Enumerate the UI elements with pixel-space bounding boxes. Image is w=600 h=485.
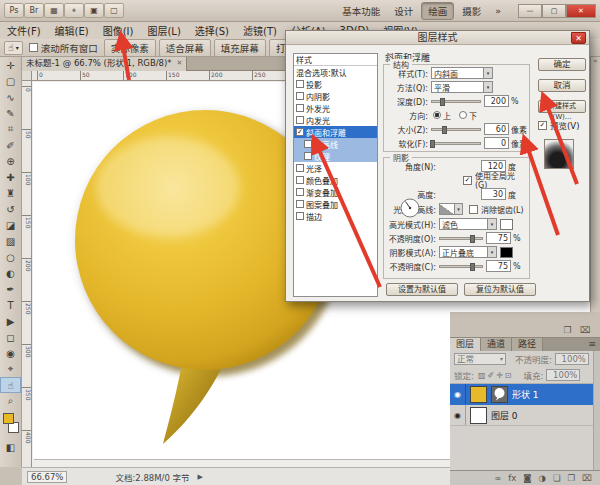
- style-checkbox[interactable]: [304, 140, 312, 148]
- maximize-button[interactable]: ▢: [542, 4, 566, 18]
- visibility-eye-icon[interactable]: ◉: [450, 405, 466, 425]
- shadow-mode-select[interactable]: 正片叠底 ▾: [439, 246, 497, 258]
- shape-tool[interactable]: ◻: [0, 329, 21, 345]
- ps-logo-icon[interactable]: Ps: [4, 3, 24, 18]
- style-item-投影[interactable]: 投影: [294, 78, 377, 90]
- chevron-down-icon[interactable]: ▾: [455, 203, 463, 215]
- style-item-颜色叠加[interactable]: 颜色叠加: [294, 174, 377, 186]
- brush-tool[interactable]: ✚: [0, 169, 21, 185]
- menu-item-图层(L)[interactable]: 图层(L): [140, 23, 187, 38]
- style-item-等高线[interactable]: 等高线: [294, 138, 377, 150]
- shadow-opacity-slider[interactable]: [439, 265, 483, 268]
- quick-selection-tool[interactable]: ✎: [0, 105, 21, 121]
- tab-通道[interactable]: 通道: [481, 338, 512, 351]
- panel-menu-icon[interactable]: ≡: [584, 338, 600, 351]
- style-item-渐变叠加[interactable]: 渐变叠加: [294, 186, 377, 198]
- collapsed-panel-dock[interactable]: «: [590, 57, 600, 312]
- technique-select[interactable]: 平滑 ▾: [431, 81, 493, 93]
- close-button[interactable]: ✕: [566, 4, 596, 18]
- layer-row-shape-1[interactable]: ◉ 形状 1: [450, 384, 600, 405]
- options-button-填充屏幕[interactable]: 填充屏幕: [214, 39, 266, 57]
- style-checkbox[interactable]: [296, 80, 304, 88]
- dialog-close-button[interactable]: ✕: [571, 32, 586, 44]
- layer-name[interactable]: 形状 1: [512, 388, 539, 401]
- style-checkbox[interactable]: [296, 212, 304, 220]
- lock-all-icon[interactable]: ⊡: [504, 371, 513, 380]
- fill-field[interactable]: 100%: [546, 369, 580, 381]
- opacity-field[interactable]: 100%: [555, 353, 589, 365]
- soften-slider[interactable]: [431, 142, 481, 145]
- menu-item-滤镜(T)[interactable]: 滤镜(T): [236, 23, 284, 38]
- direction-up-radio[interactable]: [433, 111, 441, 119]
- dodge-tool[interactable]: ◐: [0, 265, 21, 281]
- screen-mode-icon[interactable]: ▢: [104, 3, 124, 18]
- new-style-button[interactable]: 新建样式(W)...: [538, 100, 586, 113]
- style-checkbox[interactable]: ✓: [296, 128, 304, 136]
- workspace-设计[interactable]: 设计: [388, 3, 419, 19]
- bevel-style-select[interactable]: 内斜面 ▾: [431, 67, 493, 79]
- blend-mode-select[interactable]: 正常 ▾: [454, 353, 506, 365]
- style-item-描边[interactable]: 描边: [294, 210, 377, 222]
- eraser-tool[interactable]: ◪: [0, 217, 21, 233]
- highlight-opacity-slider[interactable]: [439, 237, 483, 240]
- highlight-color-swatch[interactable]: [500, 219, 513, 230]
- tab-路径[interactable]: 路径: [512, 338, 543, 351]
- depth-field[interactable]: 200: [484, 95, 509, 107]
- pen-tool[interactable]: ✒: [0, 281, 21, 297]
- direction-down-radio[interactable]: [459, 111, 467, 119]
- zoom-level-icon[interactable]: ⌖: [64, 3, 84, 18]
- move-tool[interactable]: ✛: [0, 57, 21, 73]
- style-item-混合选项:默认[interactable]: 混合选项:默认: [294, 66, 377, 78]
- layer-row-layer-0[interactable]: ◉ 图层 0: [450, 405, 600, 426]
- eyedropper-tool[interactable]: ✐: [0, 137, 21, 153]
- style-item-斜面和浮雕[interactable]: ✓斜面和浮雕: [294, 126, 377, 138]
- view-extras-icon[interactable]: ▦: [44, 3, 64, 18]
- depth-slider[interactable]: [431, 100, 481, 103]
- layer-style-fx-icon[interactable]: fx: [508, 473, 516, 483]
- delete-layer-icon[interactable]: ⌧: [582, 473, 592, 483]
- blur-tool[interactable]: ○: [0, 249, 21, 265]
- layers-scrollbar[interactable]: [593, 351, 600, 470]
- style-item-图案叠加[interactable]: 图案叠加: [294, 198, 377, 210]
- cancel-button[interactable]: 取消: [538, 79, 586, 92]
- lock-transparent-icon[interactable]: ▨: [477, 371, 487, 380]
- ok-button[interactable]: 确定: [538, 58, 586, 71]
- options-button-适合屏幕[interactable]: 适合屏幕: [159, 39, 211, 57]
- workspace-基本功能[interactable]: 基本功能: [336, 3, 386, 19]
- hand-tool[interactable]: ☝: [0, 377, 21, 393]
- style-item-内阴影[interactable]: 内阴影: [294, 90, 377, 102]
- type-tool[interactable]: T: [0, 297, 21, 313]
- tab-图层[interactable]: 图层: [450, 338, 481, 351]
- scroll-all-windows-checkbox[interactable]: 滚动所有窗口: [29, 41, 98, 55]
- highlight-mode-select[interactable]: 滤色 ▾: [439, 218, 497, 230]
- style-item-光泽[interactable]: 光泽: [294, 162, 377, 174]
- global-light-checkbox[interactable]: ✓: [463, 176, 472, 185]
- quick-mask-icon[interactable]: ◧: [0, 439, 21, 455]
- adjustment-layer-icon[interactable]: ◑: [539, 473, 546, 483]
- minimize-button[interactable]: —: [518, 4, 542, 18]
- style-checkbox[interactable]: [296, 200, 304, 208]
- reset-default-button[interactable]: 复位为默认值: [464, 283, 536, 296]
- marquee-tool[interactable]: ▢: [0, 73, 21, 89]
- style-checkbox[interactable]: [296, 176, 304, 184]
- panel-new-icon[interactable]: ❐: [564, 325, 572, 335]
- size-slider[interactable]: [431, 128, 481, 131]
- style-item-纹理[interactable]: 纹理: [294, 150, 377, 162]
- style-checkbox[interactable]: [296, 188, 304, 196]
- gloss-contour-thumbnail[interactable]: [439, 203, 455, 215]
- zoom-tool[interactable]: ⌕: [0, 393, 21, 409]
- 3d-rotate-tool[interactable]: ◉: [0, 345, 21, 361]
- crop-tool[interactable]: ⌗: [0, 121, 21, 137]
- style-checkbox[interactable]: [296, 104, 304, 112]
- panel-delete-icon[interactable]: ⌧: [580, 325, 590, 335]
- 3d-camera-tool[interactable]: ⌖: [0, 361, 21, 377]
- tool-preset-picker[interactable]: ☝ ▾: [4, 41, 23, 55]
- style-checkbox[interactable]: [296, 92, 304, 100]
- lasso-tool[interactable]: ∿: [0, 89, 21, 105]
- link-layers-icon[interactable]: ∞: [494, 473, 501, 483]
- style-item-外发光[interactable]: 外发光: [294, 102, 377, 114]
- layer-thumbnail[interactable]: [470, 407, 487, 424]
- style-checkbox[interactable]: [296, 164, 304, 172]
- style-checkbox[interactable]: [296, 116, 304, 124]
- shadow-color-swatch[interactable]: [500, 247, 513, 258]
